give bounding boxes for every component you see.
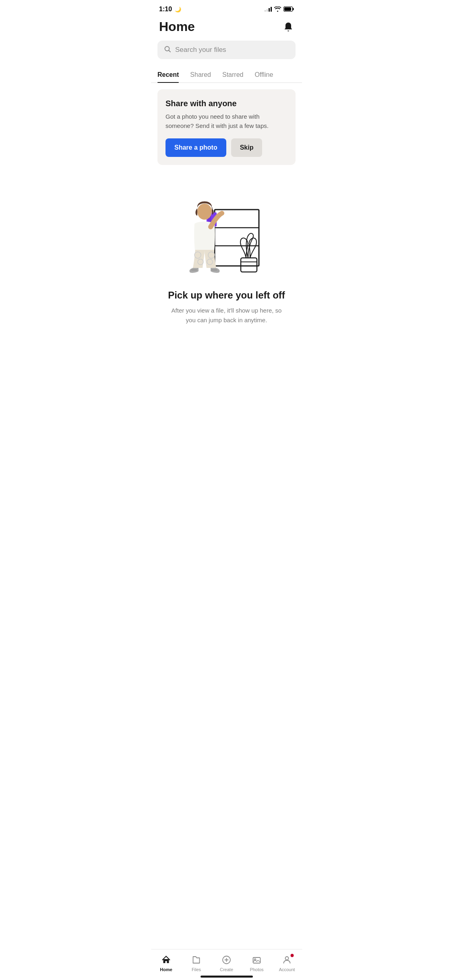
signal-icon bbox=[265, 7, 272, 12]
svg-rect-1 bbox=[293, 8, 294, 10]
tab-shared[interactable]: Shared bbox=[190, 67, 211, 82]
filter-tabs: Recent Shared Starred Offline bbox=[151, 67, 302, 83]
svg-rect-5 bbox=[241, 258, 257, 272]
skip-button[interactable]: Skip bbox=[231, 138, 263, 157]
page-title: Home bbox=[159, 19, 195, 34]
svg-point-13 bbox=[197, 204, 212, 220]
empty-state-title: Pick up where you left off bbox=[168, 290, 285, 301]
status-bar: 1:10 🌙 bbox=[151, 0, 302, 16]
promo-card: Share with anyone Got a photo you need t… bbox=[157, 89, 296, 165]
promo-description: Got a photo you need to share with someo… bbox=[165, 112, 288, 130]
empty-state-description: After you view a file, it'll show up her… bbox=[166, 306, 287, 325]
search-icon bbox=[164, 45, 171, 54]
empty-state: Pick up where you left off After you vie… bbox=[151, 171, 302, 333]
promo-buttons: Share a photo Skip bbox=[165, 138, 288, 157]
status-time: 1:10 🌙 bbox=[159, 6, 181, 13]
svg-line-4 bbox=[169, 51, 171, 52]
tab-offline[interactable]: Offline bbox=[254, 67, 273, 82]
wifi-icon bbox=[274, 6, 281, 13]
search-bar[interactable]: Search your files bbox=[157, 41, 296, 59]
tab-starred[interactable]: Starred bbox=[222, 67, 243, 82]
notifications-button[interactable] bbox=[283, 21, 294, 33]
battery-icon bbox=[283, 6, 294, 13]
status-icons bbox=[265, 6, 294, 13]
share-photo-button[interactable]: Share a photo bbox=[165, 138, 226, 157]
svg-rect-2 bbox=[284, 7, 291, 11]
tab-recent[interactable]: Recent bbox=[157, 67, 179, 82]
empty-state-illustration bbox=[178, 183, 275, 280]
promo-title: Share with anyone bbox=[165, 99, 288, 108]
search-placeholder: Search your files bbox=[175, 46, 226, 54]
svg-point-3 bbox=[165, 47, 170, 51]
page-header: Home bbox=[151, 16, 302, 41]
